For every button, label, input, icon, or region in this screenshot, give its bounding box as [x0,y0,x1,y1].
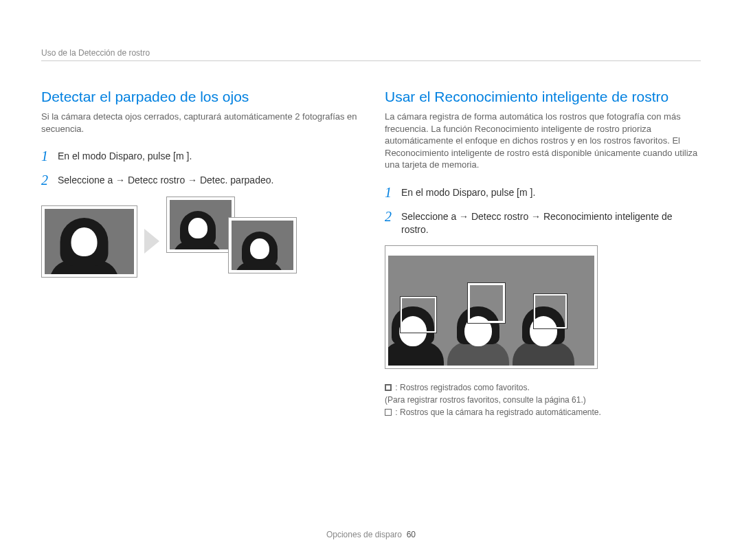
step-text: Seleccione a → Detecc rostro → Reconocim… [401,209,701,237]
legend-line-favorite: : Rostros registrados como favoritos. [385,381,701,394]
face-detect-box-favorite [468,283,505,323]
step-number: 1 [385,185,401,201]
photo-frame [385,245,598,369]
step-2-left: 2 Seleccione a → Detecc rostro → Detec. … [41,172,357,188]
step-1-left: 1 En el modo Disparo, pulse [m ]. [41,148,357,164]
section-title-smart-face: Usar el Reconocimiento inteligente de ro… [385,89,701,105]
breadcrumb: Uso de la Detección de rostro [41,48,701,61]
page-number: 60 [407,530,416,539]
face-detect-box [534,294,567,328]
step-text: Seleccione a → Detecc rostro → Detec. pa… [58,172,273,188]
arrow-right-icon [144,229,159,254]
right-column: Usar el Reconocimiento inteligente de ro… [385,89,701,418]
section-title-blink: Detectar el parpadeo de los ojos [41,89,357,105]
photo-frame [41,205,137,278]
legend-line-auto: : Rostros que la cámara ha registrado au… [385,406,701,418]
page-footer: Opciones de disparo 60 [0,530,742,539]
step-number: 1 [41,148,58,164]
step-text: En el modo Disparo, pulse [m ]. [401,185,535,200]
auto-box-icon [385,409,392,416]
left-column: Detectar el parpadeo de los ojos Si la c… [41,89,357,418]
photo-frame [166,197,235,253]
step-text: En el modo Disparo, pulse [m ]. [58,148,192,164]
face-detect-box [401,297,436,333]
face-result-1 [170,200,232,249]
legend-line-favorite-note: (Para registrar rostros favoritos, consu… [385,394,701,406]
photo-frame [228,217,297,273]
footer-section: Opciones de disparo [326,530,402,539]
legend-text: : Rostros registrados como favoritos. [395,383,529,392]
face-result-2 [232,221,293,270]
step-2-right: 2 Seleccione a → Detecc rostro → Reconoc… [385,209,701,237]
legend-text: : Rostros que la cámara ha registrado au… [395,407,600,417]
intro-text-right: La cámara registra de forma automática l… [385,111,701,171]
intro-text-left: Si la cámara detecta ojos cerrados, capt… [41,111,357,135]
group-photo [388,256,594,366]
face-closed-eyes [45,209,134,274]
step-number: 2 [385,209,401,225]
favorite-box-icon [385,384,392,391]
step-1-right: 1 En el modo Disparo, pulse [m ]. [385,185,701,201]
blink-illustration [41,197,357,286]
legend: : Rostros registrados como favoritos. (P… [385,381,701,418]
step-number: 2 [41,172,58,188]
